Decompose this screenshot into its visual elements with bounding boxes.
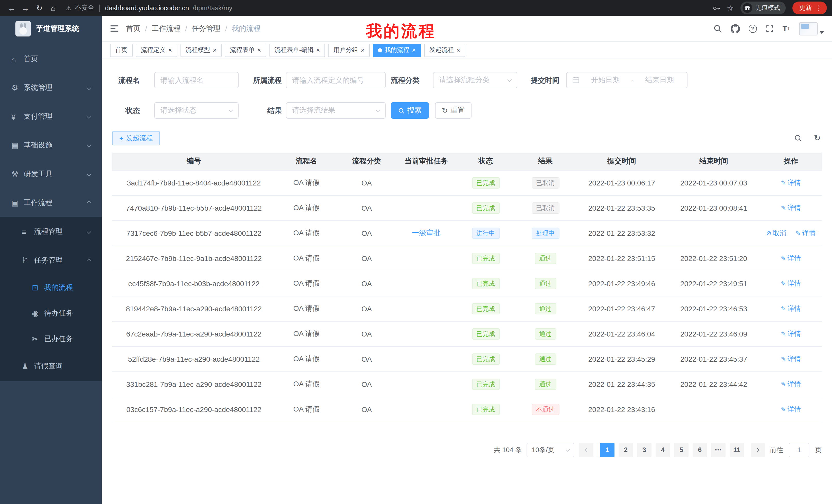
page-number[interactable]: 6 — [693, 443, 707, 457]
row-action-link[interactable]: ✎详情 — [781, 254, 801, 263]
category-select[interactable]: 请选择流程分类 — [433, 72, 517, 88]
page-number[interactable]: 1 — [600, 443, 615, 457]
hamburger-icon[interactable] — [110, 24, 119, 33]
browser-home-icon[interactable]: ⌂ — [47, 2, 60, 15]
status-select[interactable]: 请选择状态 — [154, 102, 239, 119]
row-action-link[interactable]: ✎详情 — [781, 203, 801, 213]
row-action-link[interactable]: ✎详情 — [796, 228, 815, 237]
sidebar-item[interactable]: ⚐ 任务管理 — [0, 246, 102, 275]
sidebar-item[interactable]: ⚒ 研发工具 — [0, 160, 102, 189]
next-page-button[interactable] — [751, 443, 765, 457]
process-name-field[interactable] — [160, 76, 232, 84]
page-size-select[interactable]: 10条/页 — [526, 443, 574, 457]
sidebar-item[interactable]: ▤ 基础设施 — [0, 131, 102, 160]
app-logo[interactable]: 芋道管理系统 — [0, 16, 102, 41]
close-icon[interactable]: × — [457, 47, 460, 53]
close-icon[interactable]: × — [412, 47, 416, 53]
close-icon[interactable]: × — [168, 47, 172, 53]
page-number[interactable]: 11 — [730, 443, 744, 457]
process-name: OA 请假 — [293, 329, 320, 337]
close-icon[interactable]: × — [361, 47, 365, 53]
row-action-link[interactable]: ⊘取消 — [766, 228, 786, 237]
row-action-link[interactable]: ✎详情 — [781, 279, 801, 288]
sidebar-item[interactable]: ≡ 流程管理 — [0, 217, 102, 246]
row-action-link[interactable]: ✎详情 — [781, 354, 801, 363]
close-icon[interactable]: × — [257, 47, 261, 53]
font-size-icon[interactable]: TT — [782, 25, 790, 32]
search-icon[interactable] — [713, 24, 722, 33]
page-number[interactable]: 4 — [656, 443, 670, 457]
sidebar-item[interactable]: ¥ 支付管理 — [0, 102, 102, 131]
result-select[interactable]: 请选择流结果 — [286, 102, 386, 119]
process-def-input[interactable] — [286, 72, 386, 88]
process-name: OA 请假 — [293, 178, 320, 186]
row-action-link[interactable]: ✎详情 — [781, 304, 801, 313]
search-button[interactable]: 搜索 — [391, 102, 429, 119]
breadcrumb-link[interactable]: 我的流程 — [232, 24, 260, 33]
browser-menu-icon[interactable]: ⋮ — [815, 4, 822, 12]
address-bar[interactable]: ⚠ 不安全 dashboard.yudao.iocoder.cn/bpm/tas… — [66, 4, 711, 12]
sidebar-item[interactable]: ♟ 请假查询 — [0, 352, 102, 381]
reload-icon[interactable]: ↻ — [33, 2, 46, 15]
tab[interactable]: 流程定义 × — [136, 44, 177, 57]
tab[interactable]: 流程表单-编辑 × — [269, 44, 325, 57]
url-path[interactable]: /bpm/task/my — [192, 4, 232, 12]
page-number[interactable]: 5 — [674, 443, 688, 457]
row-action-link[interactable]: ✎详情 — [781, 178, 801, 187]
page-number[interactable]: ⋯ — [711, 443, 726, 457]
security-label[interactable]: 不安全 — [75, 4, 94, 12]
github-icon[interactable] — [730, 24, 740, 33]
page-size-value: 10条/页 — [532, 445, 554, 454]
forward-icon[interactable]: → — [19, 2, 32, 15]
url-host[interactable]: dashboard.yudao.iocoder.cn — [105, 4, 189, 12]
row-action-link[interactable]: ✎详情 — [781, 404, 801, 414]
tab[interactable]: 用户分组 × — [328, 44, 370, 57]
current-task-link[interactable]: 一级审批 — [412, 228, 441, 236]
tab[interactable]: 流程模型 × — [180, 44, 222, 57]
sidebar-item[interactable]: ⊡ 我的流程 — [0, 275, 102, 301]
submit-time-label: 提交时间 — [523, 72, 560, 88]
reset-button[interactable]: ↻ 重置 — [435, 102, 471, 119]
tab-label: 流程表单 — [230, 46, 255, 54]
close-icon[interactable]: × — [213, 47, 216, 53]
sidebar-item[interactable]: ⚙ 系统管理 — [0, 74, 102, 102]
tab-label: 流程定义 — [141, 46, 165, 54]
status-badge: 已完成 — [472, 303, 499, 314]
user-menu[interactable] — [799, 22, 824, 35]
close-icon[interactable]: × — [316, 47, 320, 53]
prev-page-button[interactable] — [579, 443, 593, 457]
refresh-table-icon[interactable]: ↻ — [814, 133, 821, 143]
row-action-link[interactable]: ✎详情 — [781, 329, 801, 338]
jump-page-input[interactable] — [789, 443, 809, 457]
bookmark-star-icon[interactable]: ☆ — [727, 3, 734, 12]
update-button[interactable]: 更新 ⋮ — [792, 2, 827, 15]
process-id: 7470a810-7b9b-11ec-b5b7-acde48001122 — [126, 204, 262, 212]
sidebar-item[interactable]: ✂ 已办任务 — [0, 326, 102, 352]
fullscreen-icon[interactable] — [765, 24, 774, 33]
incognito-badge[interactable]: 无痕模式 — [740, 2, 786, 15]
tab[interactable]: 首页 × — [110, 44, 133, 57]
sidebar-item[interactable]: ⌂ 首页 — [0, 45, 102, 74]
page-number[interactable]: 3 — [637, 443, 651, 457]
tab[interactable]: 流程表单 × — [225, 44, 266, 57]
back-icon[interactable]: ← — [5, 2, 18, 15]
process-def-field[interactable] — [292, 76, 380, 84]
tab[interactable]: 发起流程 × — [424, 44, 465, 57]
help-icon[interactable]: ? — [749, 24, 757, 33]
date-range-picker[interactable]: 开始日期 - 结束日期 — [566, 72, 687, 88]
breadcrumb-link[interactable]: 任务管理 — [192, 24, 220, 33]
row-action-link[interactable]: ✎详情 — [781, 380, 801, 389]
create-process-button[interactable]: + 发起流程 — [112, 131, 160, 145]
breadcrumb-link[interactable]: 首页 — [126, 24, 140, 33]
sidebar-item[interactable]: ◉ 待办任务 — [0, 301, 102, 326]
page-number[interactable]: 2 — [619, 443, 633, 457]
start-date-placeholder[interactable]: 开始日期 — [583, 76, 627, 85]
password-key-icon[interactable] — [712, 4, 720, 12]
toggle-search-icon[interactable] — [794, 134, 802, 142]
breadcrumb-link[interactable]: 工作流程 — [152, 24, 181, 33]
sidebar-item[interactable]: ▣ 工作流程 — [0, 189, 102, 217]
cancel-icon: ⊘ — [766, 229, 771, 236]
end-date-placeholder[interactable]: 结束日期 — [638, 76, 681, 85]
tab[interactable]: 我的流程 × — [373, 44, 421, 57]
process-name-input[interactable] — [154, 72, 239, 88]
